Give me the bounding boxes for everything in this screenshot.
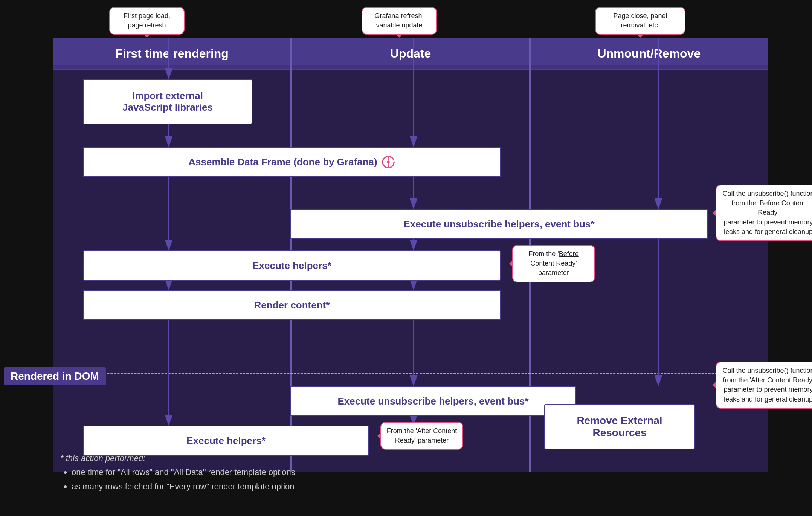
callout-before-content-ready: From the 'Before Content Ready' paramete… [512,245,595,282]
footnote: * this action performed: one time for "A… [60,451,295,493]
box-execute-unsub-bottom: Execute unsubscribe helpers, event bus* [290,386,576,416]
callout-unsub-before-note: Call the unsubscribe() function from the… [716,185,812,241]
grafana-icon [381,155,395,169]
dom-label: Rendered in DOM [4,367,106,385]
callout-unmount-trigger: Page close, panel removal, etc. [595,7,685,35]
box-execute-helpers-after: Execute helpers* [83,426,369,456]
callout-after-content-ready: From the 'After Content Ready' parameter [380,422,463,450]
callout-unsub-after-note: Call the unsubscribe() function from the… [716,362,812,409]
diagram-container: First time rendering Update Unmount/Remo… [0,0,812,516]
box-assemble-data: Assemble Data Frame (done by Grafana) [83,147,501,177]
box-render-content: Render content* [83,290,501,320]
box-execute-unsub-top: Execute unsubscribe helpers, event bus* [290,209,708,239]
box-import-libs: Import external JavaScript libraries [83,79,252,124]
callout-first-trigger: First page load, page refresh [109,7,185,35]
box-remove-external: Remove External Resources [544,404,695,449]
box-execute-helpers-before: Execute helpers* [83,250,501,281]
svg-point-0 [387,160,390,163]
callout-update-trigger: Grafana refresh, variable update [362,7,437,35]
dom-line [53,373,768,374]
